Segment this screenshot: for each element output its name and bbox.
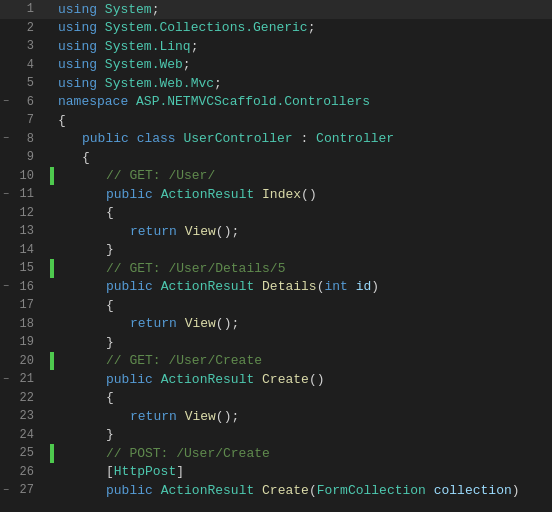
- collapse-icon[interactable]: −: [0, 281, 12, 293]
- token-plain: [129, 131, 137, 146]
- collapse-icon: [0, 429, 12, 441]
- line-number: 22: [12, 391, 40, 405]
- line-content: }: [50, 242, 552, 257]
- line-gutter: 3: [0, 39, 50, 53]
- collapse-icon: [0, 355, 12, 367]
- token-type: ActionResult: [161, 483, 255, 498]
- line-content: public class UserController : Controller: [50, 131, 552, 146]
- collapse-icon: [0, 114, 12, 126]
- collapse-icon: [0, 77, 12, 89]
- collapse-icon[interactable]: −: [0, 96, 12, 108]
- token-method: View: [185, 224, 216, 239]
- line-number: 20: [12, 354, 40, 368]
- line-number: 12: [12, 206, 40, 220]
- code-line: 3using System.Linq;: [0, 37, 552, 56]
- token-type: ASP.NETMVCScaffold.Controllers: [136, 94, 370, 109]
- line-content: using System.Web;: [50, 57, 552, 72]
- token-plain: ();: [216, 409, 239, 424]
- token-plain: (): [301, 187, 317, 202]
- line-gutter: −6: [0, 95, 50, 109]
- token-kw: return: [130, 316, 177, 331]
- line-gutter: 25: [0, 446, 50, 460]
- code-line: 5using System.Web.Mvc;: [0, 74, 552, 93]
- line-gutter: 18: [0, 317, 50, 331]
- collapse-icon[interactable]: −: [0, 373, 12, 385]
- token-kw: using: [58, 39, 97, 54]
- change-indicator: [50, 167, 54, 186]
- line-gutter: 19: [0, 335, 50, 349]
- token-plain: (: [309, 483, 317, 498]
- line-number: 11: [12, 187, 40, 201]
- collapse-icon: [0, 151, 12, 163]
- code-line: 20// GET: /User/Create: [0, 352, 552, 371]
- code-line: 17{: [0, 296, 552, 315]
- line-number: 7: [12, 113, 40, 127]
- token-param: id: [356, 279, 372, 294]
- line-number: 19: [12, 335, 40, 349]
- token-plain: [97, 76, 105, 91]
- line-gutter: 20: [0, 354, 50, 368]
- line-gutter: 22: [0, 391, 50, 405]
- token-plain: [177, 224, 185, 239]
- code-line: −6namespace ASP.NETMVCScaffold.Controlle…: [0, 93, 552, 112]
- token-plain: [153, 279, 161, 294]
- line-gutter: −21: [0, 372, 50, 386]
- token-kw: class: [137, 131, 176, 146]
- line-content: // GET: /User/Create: [50, 353, 552, 368]
- token-type: ActionResult: [161, 372, 255, 387]
- collapse-icon: [0, 318, 12, 330]
- token-plain: [: [106, 464, 114, 479]
- line-gutter: −27: [0, 483, 50, 497]
- code-line: 14}: [0, 241, 552, 260]
- line-number: 16: [12, 280, 40, 294]
- token-type: ActionResult: [161, 279, 255, 294]
- token-plain: [97, 39, 105, 54]
- code-line: 25// POST: /User/Create: [0, 444, 552, 463]
- collapse-icon[interactable]: −: [0, 188, 12, 200]
- line-number: 21: [12, 372, 40, 386]
- token-method: View: [185, 409, 216, 424]
- token-method: Index: [262, 187, 301, 202]
- line-gutter: 24: [0, 428, 50, 442]
- token-plain: }: [106, 335, 114, 350]
- line-content: {: [50, 150, 552, 165]
- line-content: [HttpPost]: [50, 464, 552, 479]
- line-number: 25: [12, 446, 40, 460]
- code-line: −8public class UserController : Controll…: [0, 130, 552, 149]
- line-number: 10: [12, 169, 40, 183]
- token-kw: int: [324, 279, 347, 294]
- line-content: {: [50, 113, 552, 128]
- line-content: // GET: /User/: [50, 168, 552, 183]
- line-content: using System;: [50, 2, 552, 17]
- token-plain: }: [106, 427, 114, 442]
- code-line: −11public ActionResult Index(): [0, 185, 552, 204]
- line-content: return View();: [50, 224, 552, 239]
- collapse-icon: [0, 225, 12, 237]
- token-plain: ): [371, 279, 379, 294]
- line-content: using System.Collections.Generic;: [50, 20, 552, 35]
- line-gutter: 10: [0, 169, 50, 183]
- code-line: 24}: [0, 426, 552, 445]
- line-gutter: 9: [0, 150, 50, 164]
- line-content: {: [50, 205, 552, 220]
- line-gutter: 14: [0, 243, 50, 257]
- token-plain: {: [106, 298, 114, 313]
- collapse-icon: [0, 410, 12, 422]
- token-plain: ]: [176, 464, 184, 479]
- token-kw: return: [130, 224, 177, 239]
- line-number: 18: [12, 317, 40, 331]
- collapse-icon: [0, 207, 12, 219]
- line-number: 13: [12, 224, 40, 238]
- line-content: public ActionResult Create(FormCollectio…: [50, 483, 552, 498]
- token-kw: public: [106, 483, 153, 498]
- token-plain: ;: [152, 2, 160, 17]
- collapse-icon[interactable]: −: [0, 484, 12, 496]
- line-content: }: [50, 335, 552, 350]
- collapse-icon[interactable]: −: [0, 133, 12, 145]
- code-line: 13return View();: [0, 222, 552, 241]
- line-gutter: 15: [0, 261, 50, 275]
- code-line: 9{: [0, 148, 552, 167]
- line-number: 8: [12, 132, 40, 146]
- code-line: 18return View();: [0, 315, 552, 334]
- line-content: {: [50, 390, 552, 405]
